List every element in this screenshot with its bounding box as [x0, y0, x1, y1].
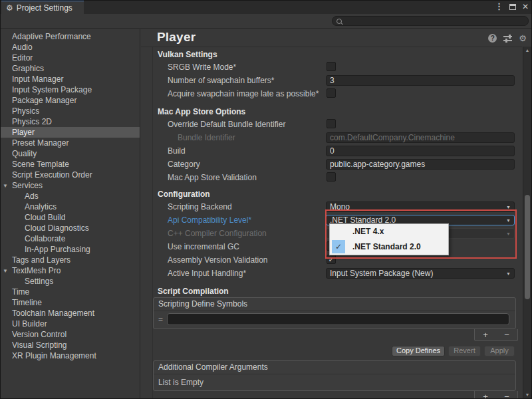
- text-field-build[interactable]: 0: [326, 146, 515, 156]
- window-close-icon[interactable]: ✕: [522, 2, 529, 11]
- foldout-triangle-icon[interactable]: ▼: [3, 266, 8, 277]
- sidebar-item-physics[interactable]: Physics: [0, 106, 140, 116]
- sidebar-item-label: In-App Purchasing: [25, 245, 90, 254]
- sidebar-item-services[interactable]: ▼Services: [0, 180, 140, 191]
- additional-args-header: Additional Compiler Arguments: [154, 361, 515, 374]
- dropdown-scripting-backend[interactable]: Mono▼: [326, 201, 515, 212]
- window-controls: ⋮ ✕: [495, 2, 529, 11]
- sidebar-item-ui-builder[interactable]: UI Builder: [0, 319, 140, 329]
- setting-row-acquire-swapchain-image-late-as-possible: Acquire swapchain image late as possible…: [141, 87, 522, 100]
- sidebar-item-scene-template[interactable]: Scene Template: [0, 159, 140, 170]
- presets-icon[interactable]: [503, 35, 512, 43]
- sidebar-item-version-control[interactable]: Version Control: [0, 329, 140, 340]
- scripting-define-symbols-box: Scripting Define Symbols =: [153, 297, 516, 329]
- revert-button[interactable]: Revert: [448, 346, 481, 356]
- checkbox-srgb-write-mode[interactable]: [327, 62, 336, 71]
- setting-label: Mac App Store Validation: [168, 173, 257, 182]
- checkbox-assembly-version-validation[interactable]: ✓: [327, 255, 336, 264]
- add-button[interactable]: +: [483, 331, 488, 339]
- help-icon[interactable]: ?: [488, 34, 497, 43]
- sidebar-item-input-system-package[interactable]: Input System Package: [0, 84, 140, 95]
- sidebar-item-label: TextMesh Pro: [12, 266, 61, 275]
- unity-project-settings-window: { "window": { "tab_title": "Project Sett…: [0, 0, 532, 399]
- text-field-bundle-identifier: com.DefaultCompany.Cinemachine: [326, 132, 515, 143]
- sidebar-item-label: Time: [12, 287, 29, 297]
- setting-label: SRGB Write Mode*: [168, 63, 236, 72]
- define-symbols-buttons: Copy Defines Revert Apply: [141, 346, 522, 357]
- sidebar-item-graphics[interactable]: Graphics: [0, 63, 140, 74]
- apply-button[interactable]: Apply: [484, 346, 515, 356]
- window-maximize-icon[interactable]: [509, 4, 516, 10]
- sidebar-item-cloud-build[interactable]: Cloud Build: [0, 212, 140, 223]
- sidebar-item-label: Input System Package: [12, 85, 92, 94]
- player-header: Player ? ⚙: [141, 29, 532, 47]
- sidebar-item-preset-manager[interactable]: Preset Manager: [0, 138, 140, 148]
- checkbox-mac-app-store-validation[interactable]: [327, 172, 336, 182]
- scroll-up-icon[interactable]: ▲: [523, 48, 531, 53]
- sidebar-item-player[interactable]: Player: [0, 127, 140, 138]
- popup-item-label: .NET 4.x: [352, 227, 384, 236]
- checkbox-acquire-swapchain-image-late-as-possible[interactable]: [327, 88, 336, 98]
- sidebar-item-collaborate[interactable]: Collaborate: [0, 233, 140, 244]
- setting-row-assembly-version-validation: Assembly Version Validation✓: [141, 253, 522, 267]
- sidebar-item-visual-scripting[interactable]: Visual Scripting: [0, 340, 140, 350]
- add-button[interactable]: +: [483, 392, 488, 399]
- sidebar-item-toolchain-management[interactable]: Toolchain Management: [0, 308, 140, 319]
- window-menu-icon[interactable]: ⋮: [495, 2, 503, 11]
- sidebar-item-time[interactable]: Time: [0, 287, 140, 297]
- popup-item-net-standard-20[interactable]: ✓ .NET Standard 2.0: [330, 239, 448, 255]
- drag-handle-icon[interactable]: =: [158, 315, 163, 324]
- settings-toolbar: [0, 14, 532, 29]
- text-field-number-of-swapchain-buffers[interactable]: 3: [326, 75, 515, 86]
- popup-item-net4x[interactable]: .NET 4.x: [330, 224, 448, 239]
- sidebar-item-script-execution-order[interactable]: Script Execution Order: [0, 170, 140, 180]
- section-mac-app-store-options: Mac App Store Options: [141, 106, 522, 118]
- sidebar-item-quality[interactable]: Quality: [0, 148, 140, 159]
- section-script-compilation: Script Compilation: [141, 285, 522, 297]
- tab-project-settings[interactable]: ⚙ Project Settings: [1, 0, 84, 14]
- setting-row-number-of-swapchain-buffers: Number of swapchain buffers*3: [141, 74, 522, 87]
- sidebar-item-settings[interactable]: Settings: [0, 276, 140, 287]
- sidebar-item-label: Cloud Diagnostics: [25, 223, 89, 233]
- remove-button[interactable]: −: [504, 331, 509, 339]
- define-symbol-input[interactable]: [167, 313, 509, 325]
- scroll-down-icon[interactable]: ▼: [523, 392, 531, 397]
- sidebar-item-input-manager[interactable]: Input Manager: [0, 74, 140, 84]
- list-add-remove: + −: [474, 329, 518, 341]
- sidebar-item-package-manager[interactable]: Package Manager: [0, 95, 140, 106]
- remove-button[interactable]: −: [504, 392, 509, 399]
- sidebar-item-textmesh-pro[interactable]: ▼TextMesh Pro: [0, 265, 140, 276]
- text-field-category[interactable]: public.app-category.games: [326, 159, 515, 170]
- define-symbols-footer: + −: [141, 329, 522, 342]
- sidebar-item-adaptive-performance[interactable]: Adaptive Performance: [0, 31, 140, 42]
- scrollbar-thumb[interactable]: [525, 195, 530, 299]
- sidebar-item-editor[interactable]: Editor: [0, 53, 140, 63]
- checkbox-override-default-bundle-identifier[interactable]: [327, 119, 336, 128]
- sidebar-item-label: Collaborate: [25, 234, 65, 243]
- vertical-scrollbar[interactable]: ▲ ▼: [523, 47, 531, 398]
- sidebar-item-analytics[interactable]: Analytics: [0, 201, 140, 212]
- sidebar-item-cloud-diagnostics[interactable]: Cloud Diagnostics: [0, 223, 140, 233]
- copy-defines-button[interactable]: Copy Defines: [392, 346, 445, 356]
- sidebar-item-label: Settings: [25, 277, 53, 286]
- sidebar-item-physics-2d[interactable]: Physics 2D: [0, 116, 140, 127]
- sidebar-item-label: Package Manager: [12, 96, 76, 105]
- sidebar-item-tags-and-layers[interactable]: Tags and Layers: [0, 255, 140, 265]
- sidebar-item-label: Analytics: [25, 202, 57, 211]
- search-icon: [336, 19, 342, 24]
- sidebar-item-label: Toolchain Management: [12, 309, 94, 318]
- sidebar-item-xr-plugin-management[interactable]: XR Plugin Management: [0, 350, 140, 361]
- search-input[interactable]: [342, 17, 517, 25]
- search-box[interactable]: [332, 16, 529, 26]
- dropdown-active-input-handling[interactable]: Input System Package (New)▼: [326, 268, 515, 279]
- window-titlebar: ⚙ Project Settings ⋮ ✕: [0, 0, 532, 14]
- foldout-triangle-icon[interactable]: ▼: [3, 181, 8, 192]
- settings-gear-icon[interactable]: ⚙: [519, 34, 527, 43]
- page-title: Player: [157, 30, 196, 45]
- sidebar-item-audio[interactable]: Audio: [0, 42, 140, 53]
- setting-label: Acquire swapchain image late as possible…: [168, 89, 319, 98]
- sidebar-item-timeline[interactable]: Timeline: [0, 297, 140, 308]
- sidebar-item-ads[interactable]: Ads: [0, 191, 140, 201]
- setting-label: Override Default Bundle Identifier: [168, 120, 285, 129]
- sidebar-item-in-app-purchasing[interactable]: In-App Purchasing: [0, 244, 140, 255]
